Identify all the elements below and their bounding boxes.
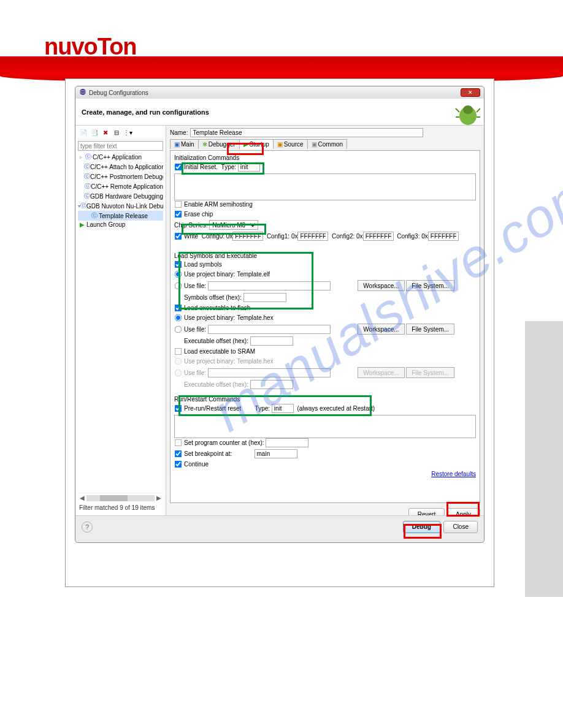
titlebar: Debug Configurations ✕ bbox=[75, 86, 484, 99]
sram-use-binary-radio bbox=[175, 358, 182, 365]
tab-source[interactable]: ▣Source bbox=[273, 139, 308, 149]
dialog-title: Debug Configurations bbox=[89, 89, 461, 96]
new-config-icon[interactable]: 📄 bbox=[79, 129, 88, 138]
config-toolbar: 📄 📑 ✖ ⊟ ⋮▾ bbox=[78, 128, 163, 140]
sram-file-input bbox=[208, 368, 331, 377]
tree-item[interactable]: ⓒGDB Hardware Debugging bbox=[78, 191, 163, 201]
exec-offset-label: Executable offset (hex): bbox=[184, 338, 248, 344]
tree-item[interactable]: ⓒC/C++ Attach to Application bbox=[78, 162, 163, 172]
help-icon[interactable]: ? bbox=[82, 521, 93, 533]
dialog-header: Create, manage, and run configurations bbox=[75, 99, 484, 126]
flash-use-file-radio[interactable] bbox=[175, 325, 182, 333]
scroll-right-icon[interactable]: ▶ bbox=[155, 495, 163, 501]
debug-config-dialog: Debug Configurations ✕ Create, manage, a… bbox=[75, 86, 484, 543]
scroll-left-icon[interactable]: ◀ bbox=[78, 495, 86, 501]
close-button[interactable]: Close bbox=[443, 521, 478, 533]
dialog-header-text: Create, manage, and run configurations bbox=[82, 108, 209, 116]
tab-main[interactable]: ▣Main bbox=[170, 139, 199, 149]
set-pc-checkbox[interactable] bbox=[175, 439, 182, 447]
left-panel: 📄 📑 ✖ ⊟ ⋮▾ ▹ⓒC/C++ Application ⓒC/C++ At… bbox=[75, 126, 166, 515]
close-icon[interactable]: ✕ bbox=[461, 88, 480, 97]
filter-icon[interactable]: ⋮▾ bbox=[123, 129, 132, 138]
config2-input[interactable] bbox=[363, 232, 394, 241]
startup-tab-content: Initialization Commands Initial Reset. T… bbox=[170, 150, 480, 503]
svg-point-3 bbox=[463, 105, 473, 114]
config1-input[interactable] bbox=[297, 232, 328, 241]
eclipse-icon bbox=[79, 88, 86, 97]
side-tab-gray bbox=[525, 321, 563, 597]
filesystem-button[interactable]: File System... bbox=[406, 280, 454, 291]
load-exec-sram-checkbox[interactable] bbox=[175, 348, 182, 355]
highlight-initial-reset bbox=[182, 162, 264, 175]
name-label: Name: bbox=[170, 129, 188, 136]
config-tree: ▹ⓒC/C++ Application ⓒC/C++ Attach to App… bbox=[78, 152, 163, 493]
right-panel: Name: ▣Main ✱Debugger ▶Startup ▣Source ▣… bbox=[166, 126, 484, 515]
delete-icon[interactable]: ✖ bbox=[101, 129, 110, 138]
init-commands-textarea[interactable] bbox=[174, 173, 476, 200]
config-tabs: ▣Main ✱Debugger ▶Startup ▣Source ▣Common bbox=[170, 139, 480, 149]
tree-item[interactable]: ⓒC/C++ Postmortem Debugger bbox=[78, 172, 163, 181]
tree-item-selected[interactable]: ⓒTemplate Release bbox=[78, 211, 163, 221]
workspace-button[interactable]: Workspace... bbox=[358, 280, 404, 291]
tab-common[interactable]: ▣Common bbox=[307, 139, 348, 149]
erase-chip-label: Erase chip bbox=[184, 211, 213, 218]
highlight-debug bbox=[404, 524, 442, 539]
flash-use-binary-radio[interactable] bbox=[175, 314, 182, 322]
workspace-button: Workspace... bbox=[358, 367, 404, 378]
header-band bbox=[0, 56, 563, 76]
highlight-apply bbox=[446, 502, 480, 517]
sram-use-file-radio bbox=[175, 369, 182, 376]
config3-input[interactable] bbox=[428, 232, 459, 241]
bp-input[interactable] bbox=[255, 449, 297, 458]
filter-status: Filter matched 9 of 19 items bbox=[78, 502, 163, 513]
filesystem-button: File System... bbox=[406, 367, 454, 378]
bug-icon bbox=[454, 101, 480, 128]
initial-reset-checkbox[interactable] bbox=[175, 164, 182, 171]
filesystem-button[interactable]: File System... bbox=[406, 324, 454, 335]
svg-line-4 bbox=[456, 108, 459, 112]
restore-defaults-link[interactable]: Restore defaults bbox=[431, 471, 476, 477]
init-commands-label: Initialization Commands bbox=[174, 154, 476, 161]
collapse-icon[interactable]: ⊟ bbox=[112, 129, 121, 138]
highlight-chip-series bbox=[182, 224, 266, 235]
svg-point-0 bbox=[80, 89, 86, 95]
tree-item[interactable]: ▹ⓒC/C++ Application bbox=[78, 152, 163, 162]
continue-checkbox[interactable] bbox=[175, 461, 182, 468]
highlight-load-symbols bbox=[178, 252, 313, 309]
tree-item[interactable]: ▾ⓒGDB Nuvoton Nu-Link Debuggin bbox=[78, 201, 163, 211]
write-checkbox[interactable] bbox=[175, 233, 182, 240]
tree-hscroll[interactable]: ◀ ▶ bbox=[78, 493, 163, 502]
flash-file-input[interactable] bbox=[208, 325, 331, 334]
tree-item[interactable]: ⓒC/C++ Remote Application bbox=[78, 181, 163, 191]
sram-offset-input bbox=[250, 380, 293, 389]
exec-offset-input[interactable] bbox=[250, 336, 293, 346]
duplicate-icon[interactable]: 📑 bbox=[90, 129, 99, 138]
run-commands-textarea[interactable] bbox=[174, 415, 476, 438]
svg-line-6 bbox=[477, 108, 480, 112]
pc-input[interactable] bbox=[266, 438, 308, 447]
erase-chip-checkbox[interactable] bbox=[175, 211, 182, 218]
tree-item[interactable]: ▶Launch Group bbox=[78, 221, 163, 229]
revert-button[interactable]: Revert bbox=[408, 508, 445, 515]
highlight-startup-tab bbox=[227, 143, 264, 155]
name-input[interactable] bbox=[190, 128, 423, 137]
set-bp-checkbox[interactable] bbox=[175, 450, 182, 458]
filter-input[interactable] bbox=[78, 141, 163, 151]
workspace-button[interactable]: Workspace... bbox=[358, 324, 404, 335]
semihosting-label: Enable ARM semihosting bbox=[184, 201, 253, 208]
highlight-run-restart bbox=[178, 395, 372, 416]
semihosting-checkbox[interactable] bbox=[175, 201, 182, 208]
